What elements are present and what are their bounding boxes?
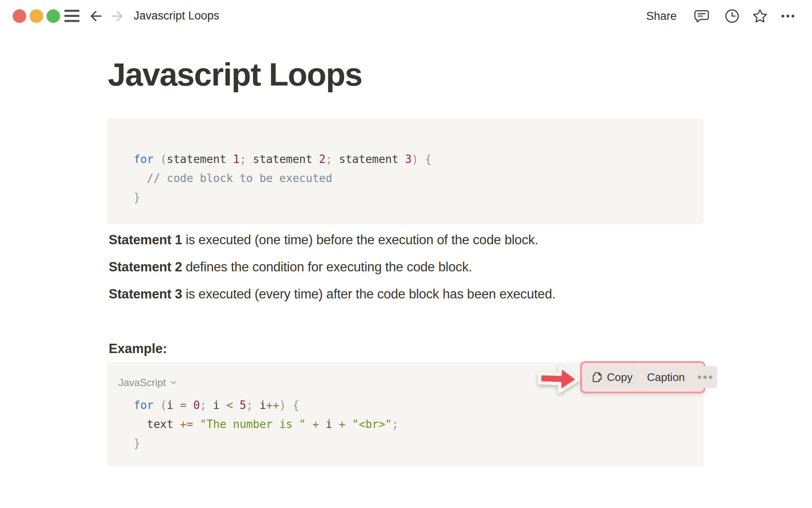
sidebar-menu-icon[interactable]	[64, 9, 80, 23]
caption-button[interactable]: Caption	[641, 366, 691, 388]
language-label: JavaScript	[118, 377, 166, 389]
comments-icon[interactable]	[694, 8, 710, 24]
code-more-options-button[interactable]	[693, 366, 717, 388]
copy-button[interactable]: Copy	[585, 366, 639, 388]
statement-2-bold: Statement 2	[109, 260, 182, 274]
statement-3-bold: Statement 3	[109, 287, 182, 301]
caption-button-label: Caption	[647, 371, 685, 384]
copy-icon	[591, 371, 603, 383]
statement-2-text: defines the condition for executing the …	[182, 260, 472, 274]
code-content: for (i = 0; i < 5; i++) { text += "The n…	[134, 396, 398, 453]
forward-arrow-icon[interactable]	[109, 8, 124, 24]
paragraph-statement-1: Statement 1 is executed (one time) befor…	[109, 231, 538, 249]
statement-1-bold: Statement 1	[109, 232, 182, 247]
window-titlebar: Javascript Loops Share	[0, 0, 812, 32]
code-toolbar-highlight: Copy Caption	[580, 361, 705, 393]
breadcrumb-page-title[interactable]: Javascript Loops	[134, 9, 219, 22]
paragraph-statement-2: Statement 2 defines the condition for ex…	[109, 258, 472, 276]
more-ellipsis-icon[interactable]	[780, 8, 796, 24]
copy-button-label: Copy	[607, 371, 633, 384]
traffic-light-minimize-button[interactable]	[30, 9, 43, 23]
back-arrow-icon[interactable]	[89, 8, 104, 24]
chevron-down-icon	[169, 378, 178, 387]
example-label: Example:	[109, 341, 167, 356]
language-selector[interactable]: JavaScript	[118, 377, 178, 389]
favorite-star-icon[interactable]	[752, 8, 768, 24]
traffic-light-close-button[interactable]	[13, 9, 26, 23]
code-block-for-syntax[interactable]: for (statement 1; statement 2; statement…	[107, 119, 704, 224]
share-button[interactable]: Share	[646, 10, 677, 23]
statement-1-text: is executed (one time) before the execut…	[182, 232, 538, 247]
red-annotation-arrow-icon	[536, 360, 583, 398]
code-content: for (statement 1; statement 2; statement…	[134, 150, 431, 207]
paragraph-statement-3: Statement 3 is executed (every time) aft…	[109, 285, 556, 303]
traffic-light-zoom-button[interactable]	[47, 9, 60, 23]
page-title: Javascript Loops	[108, 56, 362, 93]
history-clock-icon[interactable]	[724, 8, 740, 24]
statement-3-text: is executed (every time) after the code …	[182, 287, 556, 301]
code-block-example[interactable]: JavaScript for (i = 0; i < 5; i++) { tex…	[107, 362, 704, 467]
